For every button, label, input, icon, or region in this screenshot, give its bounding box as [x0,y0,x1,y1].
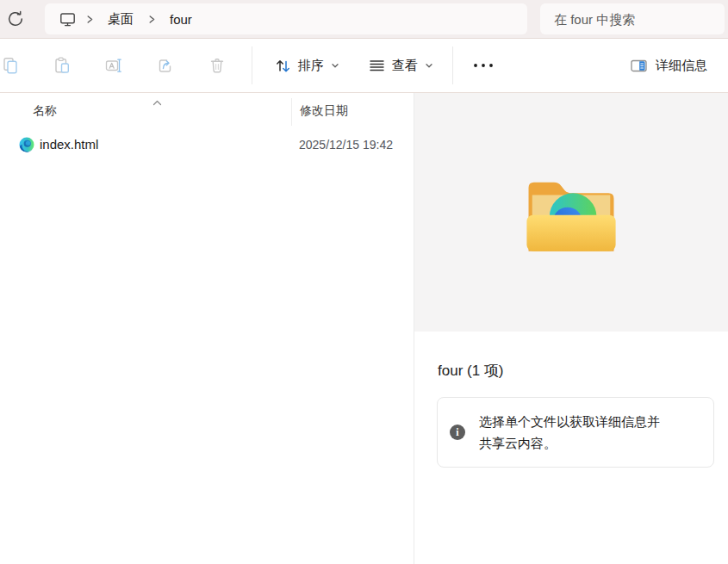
search-box [540,3,725,34]
search-input[interactable] [540,3,728,34]
info-card: i 选择单个文件以获取详细信息并共享云内容。 [437,397,714,468]
paste-button[interactable] [45,48,79,83]
info-card-text: 选择单个文件以获取详细信息并共享云内容。 [479,411,669,454]
pane-title: four (1 项) [438,361,728,381]
share-button[interactable] [148,48,183,83]
chevron-down-icon [330,60,340,71]
file-list: 名称 修改日期 [0,93,414,564]
command-toolbar: 排序 查看 详细信息 [0,39,728,93]
details-pane: four (1 项) i 选择单个文件以获取详细信息并共享云内容。 [414,93,728,564]
refresh-button[interactable] [4,8,27,30]
column-header-name[interactable]: 名称 [33,103,57,119]
rename-button[interactable] [96,48,131,83]
refresh-icon [6,9,25,28]
preview-area [414,93,728,332]
chevron-right-icon[interactable] [146,14,157,25]
rename-icon [104,56,123,75]
chevron-up-icon [152,95,163,110]
sort-button-label: 排序 [298,58,324,74]
breadcrumb-item-desktop[interactable]: 桌面 [103,9,139,30]
copy-button[interactable] [0,48,28,83]
navigation-bar: 桌面 four [0,0,728,39]
file-row-index-html[interactable]: index.html 2025/12/15 19:42 [0,129,414,160]
sort-arrows-icon [274,57,292,75]
desktop-monitor-icon [59,10,77,28]
chevron-right-icon[interactable] [84,14,95,25]
trash-icon [208,56,227,75]
folder-with-edge-logo-icon [521,170,621,256]
file-operations-group [0,48,252,83]
more-ellipsis-icon [472,62,495,69]
file-name: index.html [40,137,98,152]
content-area: 名称 修改日期 [0,93,728,564]
details-pane-toggle-button[interactable]: 详细信息 [621,50,716,82]
file-date-modified: 2025/12/15 19:42 [299,138,393,152]
view-button-label: 查看 [392,58,418,74]
view-button[interactable]: 查看 [358,49,444,83]
paste-icon [53,56,72,75]
breadcrumb-item-four[interactable]: four [165,9,197,29]
view-list-icon [368,57,386,75]
edge-browser-icon [19,137,34,156]
toolbar-divider [252,46,252,84]
info-icon: i [450,425,465,440]
details-pane-toggle-label: 详细信息 [656,58,707,74]
address-bar[interactable]: 桌面 four [45,3,527,34]
delete-button[interactable] [200,48,234,83]
copy-icon [1,56,20,75]
toolbar-divider [452,46,453,84]
column-header-date-modified[interactable]: 修改日期 [300,103,348,119]
more-options-button[interactable] [465,48,501,83]
details-pane-icon [630,57,648,75]
sort-button[interactable]: 排序 [264,49,350,83]
column-header-row: 名称 修改日期 [0,93,414,129]
chevron-down-icon [424,60,434,71]
column-divider[interactable] [291,98,292,126]
share-icon [156,56,175,75]
